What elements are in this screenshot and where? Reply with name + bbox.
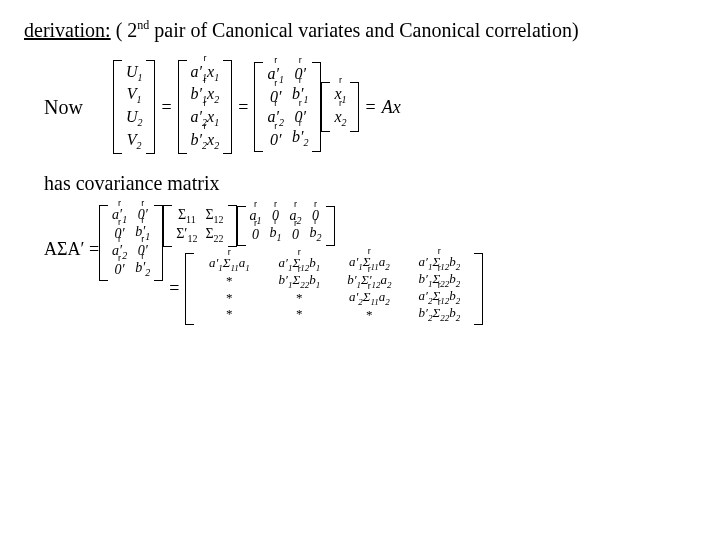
derivation-keyword: derivation: [24,19,111,41]
r-c41: * [198,307,260,322]
b2x2: b′2x2 [191,130,220,153]
r-c21: * [198,274,260,289]
U1: U1 [126,62,143,85]
Ap-b2: b2 [310,225,322,244]
equation-row-1: Now U1 V1 U2 V2 = a′1x1 b′1x2 a′2x1 b′2x… [24,60,696,155]
A-b2: b′2 [135,260,150,279]
Ax: Ax [382,96,401,119]
title-rest2: pair of Canonical variates and Canonical… [149,19,578,41]
Sig22: Σ22 [205,226,223,245]
result-matrix: a′1Σ11a1 * * * a′1Σ12b1 b′1Σ22b1 * * a′1… [185,253,483,325]
r-c11: a′1Σ11a1 [198,256,260,273]
equals-3: = [359,97,381,118]
Ap-0c: 0 [290,227,302,244]
r-c44: b′2Σ22b2 [408,306,470,323]
uv-vector: U1 V1 U2 V2 [113,60,156,155]
A-matrix: a′1 0′ a′2 0′ 0′ b′1 0′ b′2 [99,205,163,280]
derivation-title: derivation: ( 2nd pair of Canonical vari… [24,18,696,42]
now-label: Now [44,96,83,119]
equals-1: = [155,97,177,118]
r-c42: * [268,307,330,322]
ASigAp-label: AΣA′ = [44,205,99,260]
blk-b2p: b′2 [292,127,309,150]
r-c43: * [338,308,400,323]
x2: x2 [334,107,346,130]
Ap-matrix: a1 0 0 b1 a2 0 0 b2 [237,206,335,246]
block-matrix: a′1 0′ a′2 0′ 0′ b′1 0′ b′2 [254,62,321,151]
equals-2: = [232,97,254,118]
Sigma-matrix: Σ11 Σ′12 Σ12 Σ22 [163,205,236,247]
r-c32: * [268,291,330,306]
A-0b: 0′ [112,262,127,279]
equation-row-2: AΣA′ = a′1 0′ a′2 0′ 0′ b′1 0′ b′2 Σ11 Σ… [24,205,696,324]
Ap-b1: b1 [270,225,282,244]
Ap-0a: 0 [250,227,262,244]
Sig12: Σ12 [205,207,223,226]
Sig11: Σ11 [176,207,197,226]
title-rest1: ( 2 [111,19,138,41]
V2: V2 [126,130,143,153]
x-vector: x1 x2 [321,82,359,131]
Sig12p: Σ′12 [176,226,197,245]
blk-0-2: 0′ [267,130,284,150]
ax-column: a′1x1 b′1x2 a′2x1 b′2x2 [178,60,233,155]
has-cov-label: has covariance matrix [44,172,696,195]
V1: V1 [126,84,143,107]
r-c33: a′2Σ11a2 [338,290,400,307]
equals-4: = [163,278,185,299]
title-sup: nd [137,18,149,32]
r-c22: b′1Σ22b1 [268,273,330,290]
U2: U2 [126,107,143,130]
r-c31: * [198,291,260,306]
